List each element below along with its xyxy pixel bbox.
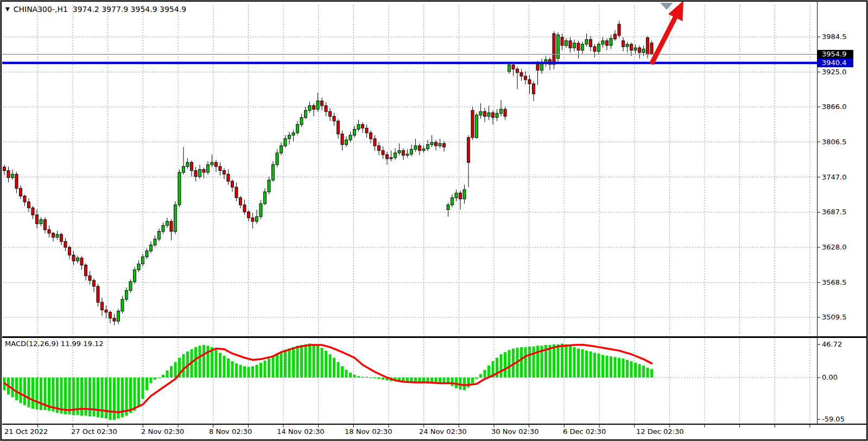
- price-tick-label: 3568.5: [822, 278, 847, 287]
- macd-tick-label: 46.72: [822, 340, 842, 349]
- price-tick-label: 3866.0: [822, 103, 847, 111]
- price-tick-label: 3925.0: [822, 68, 847, 76]
- time-tick-label: 27 Oct 02:30: [71, 427, 117, 436]
- macd-histogram[interactable]: [3, 343, 654, 420]
- time-tick-label: 30 Nov 02:30: [491, 427, 539, 436]
- price-tick-label: 3509.5: [822, 313, 847, 322]
- price-tick-label: 3747.0: [822, 173, 847, 182]
- pane-separator[interactable]: [2, 336, 867, 338]
- macd-tick-label: 0.00: [822, 373, 838, 382]
- ohlc-readout: 3974.2 3977.9 3954.9 3954.9: [73, 5, 186, 14]
- symbol-period-label: CHINA300-,H1: [14, 5, 68, 14]
- time-tick-label: 14 Nov 02:30: [277, 427, 325, 436]
- time-tick-label: 24 Nov 02:30: [419, 427, 467, 436]
- time-tick-label: 12 Dec 02:30: [636, 427, 683, 436]
- symbol-dropdown-icon[interactable]: ▼: [5, 6, 10, 12]
- macd-tick-label: -59.05: [822, 415, 845, 424]
- support-line-badge: 3940.4: [818, 59, 853, 67]
- chart-shift-marker-icon[interactable]: [660, 3, 673, 10]
- chart-window: ▼CHINA300-,H1 3974.2 3977.9 3954.9 3954.…: [0, 0, 868, 441]
- grid-vertical: [37, 5, 810, 427]
- price-tick-label: 3984.5: [822, 33, 847, 41]
- time-tick-label: 21 Oct 2022: [4, 427, 48, 436]
- chart-canvas[interactable]: [0, 0, 868, 441]
- grid-horizontal: [3, 37, 820, 419]
- price-tick-label: 3687.5: [822, 208, 847, 216]
- timeline-separator: [2, 424, 867, 425]
- price-tick-label: 3628.0: [822, 243, 847, 252]
- macd-indicator-label: MACD(12,26,9) 11.99 19.12: [5, 340, 103, 348]
- time-tick-label: 8 Nov 02:30: [209, 427, 252, 436]
- price-tick-label: 3806.5: [822, 138, 847, 146]
- time-tick-label: 2 Nov 02:30: [141, 427, 184, 436]
- time-tick-label: 18 Nov 02:30: [345, 427, 392, 436]
- chart-title: ▼CHINA300-,H1 3974.2 3977.9 3954.9 3954.…: [5, 5, 186, 14]
- time-tick-label: 6 Dec 02:30: [563, 427, 606, 436]
- candlestick-series[interactable]: [3, 21, 654, 325]
- current-price-badge: 3954.9: [818, 50, 853, 59]
